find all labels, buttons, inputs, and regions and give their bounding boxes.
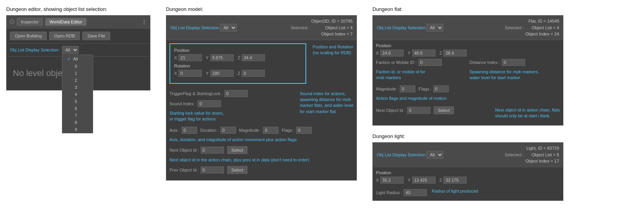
- annotation-magnitude: Action flags and magnitude of motion: [376, 96, 560, 101]
- rot-x-field: X: [174, 70, 202, 77]
- light-pos-z-input[interactable]: [443, 177, 467, 184]
- annotation-radius: Radius of light produced: [432, 188, 478, 194]
- prev-obj-field: Prev Object Id :: [169, 166, 224, 173]
- save-file-button[interactable]: Save File: [82, 32, 110, 40]
- magnitude-input[interactable]: [263, 127, 279, 134]
- next-obj-input[interactable]: [201, 147, 224, 154]
- pos-y-input[interactable]: [210, 54, 234, 61]
- flat-next-obj-row: Next Object Id : Select: [376, 106, 492, 114]
- annotation-sound: Sound index for actions,spawning distanc…: [300, 91, 353, 115]
- open-rdb-button[interactable]: Open RDB: [49, 32, 80, 40]
- sound-index-input[interactable]: [198, 100, 221, 107]
- light-panel-header: Obj List Display Selection: All Selected…: [373, 143, 563, 167]
- prev-obj-input[interactable]: [201, 166, 224, 173]
- dropdown-item-4[interactable]: 4: [62, 91, 93, 98]
- dropdown-item-9[interactable]: 9: [62, 126, 93, 133]
- light-pos-x-input[interactable]: [380, 177, 404, 184]
- light-position-group: Position X Y Z: [376, 170, 560, 184]
- open-building-button[interactable]: Open Building: [10, 32, 47, 40]
- flags-field: Flags :: [282, 127, 312, 134]
- dropdown-item-7[interactable]: 7: [62, 112, 93, 119]
- faction-field: Faction or Mobile ID :: [376, 59, 442, 66]
- dropdown-item-2[interactable]: 2: [62, 77, 93, 84]
- obj-list-dropdown[interactable]: All ✓ All 0 1 2 3 4 5 6 7 8 9: [62, 46, 79, 54]
- section-editor: Dungeon editor, showing object list sele…: [6, 6, 150, 90]
- section-flat: Dungeon flat: Obj List Display Selection…: [372, 6, 563, 126]
- duration-field: Duration :: [200, 127, 236, 134]
- rotation-label: Rotation: [174, 64, 302, 68]
- flat-next-obj-field: Next Object Id :: [376, 107, 431, 114]
- light-position-xyz: X Y Z: [376, 177, 560, 184]
- tab-worlddata[interactable]: WorldData Editor: [45, 18, 86, 26]
- prev-obj-select-button[interactable]: Select: [227, 166, 248, 174]
- axis-input[interactable]: [182, 127, 197, 134]
- rot-x-input[interactable]: [178, 70, 202, 77]
- rot-z-field: Z: [238, 70, 265, 77]
- dropdown-item-3[interactable]: 3: [62, 84, 93, 91]
- sound-index-field: Sound Index :: [169, 100, 221, 107]
- dropdown-item-6[interactable]: 6: [62, 105, 93, 112]
- section1-label: Dungeon editor, showing object list sele…: [6, 6, 150, 12]
- selected-label: Selected :: [291, 25, 310, 30]
- faction-input[interactable]: [418, 59, 442, 66]
- axis-field: Axis :: [169, 127, 197, 134]
- light-body: Position X Y Z: [373, 167, 563, 200]
- flat-pos-x-input[interactable]: [380, 50, 404, 57]
- next-obj-field: Next Object Id :: [169, 147, 224, 154]
- light-obj-list-select[interactable]: All: [427, 151, 443, 159]
- rotation-xyz-row: X Y Z: [174, 70, 302, 77]
- position-xyz-row: X Y Z: [174, 54, 302, 61]
- flat-magnitude-input[interactable]: [400, 85, 415, 92]
- flat-pos-y-input[interactable]: [412, 50, 436, 57]
- light-radius-input[interactable]: [404, 189, 427, 196]
- light-pos-y-input[interactable]: [412, 177, 436, 184]
- section-model: Dungeon model: Obj List Display Selectio…: [166, 6, 357, 181]
- pos-z-input[interactable]: [242, 54, 265, 61]
- tab-inspector[interactable]: Inspector: [17, 18, 43, 26]
- section-light: Dungeon light: Obj List Display Selectio…: [372, 133, 563, 201]
- light-pos-x-field: X: [376, 177, 404, 184]
- pos-x-input[interactable]: [178, 54, 202, 61]
- flat-pos-z-input[interactable]: [443, 50, 467, 57]
- dropdown-item-all[interactable]: ✓ All: [62, 55, 93, 63]
- model-selected-id: Object3D, ID = 10795: [311, 18, 353, 25]
- flat-next-obj-select-button[interactable]: Select: [434, 106, 454, 114]
- flat-magnitude-field: Magnitude :: [376, 85, 415, 92]
- flat-selected-list: Object List = 4: [525, 25, 559, 31]
- flat-magnitude-flags-row: Magnitude : Flags :: [376, 85, 560, 92]
- rot-z-input[interactable]: [242, 70, 265, 77]
- flat-selected-info: Flat, ID = 14549 Object List = 4 Object …: [525, 18, 559, 37]
- light-selected-info: Light, ID = 83729 Object List = 5 Object…: [525, 145, 559, 165]
- next-obj-select-button[interactable]: Select: [227, 146, 248, 154]
- flags-input[interactable]: [296, 127, 312, 134]
- dropdown-item-1[interactable]: 1: [62, 70, 93, 77]
- distance-input[interactable]: [502, 59, 525, 66]
- light-selected-index: Object Index = 17: [525, 158, 559, 165]
- flat-obj-list-select[interactable]: All: [427, 24, 443, 32]
- flat-selected-label: Selected :: [505, 25, 524, 30]
- flat-selected-id: Flat, ID = 14549: [525, 18, 559, 25]
- dropdown-item-8[interactable]: 8: [62, 119, 93, 126]
- section3-label: Dungeon flat:: [372, 6, 563, 12]
- duration-input[interactable]: [221, 127, 236, 134]
- light-pos-z-field: Z: [439, 177, 467, 184]
- no-level-text: No level obje: [13, 68, 62, 78]
- light-selected-id: Light, ID = 83729: [525, 145, 559, 152]
- info-icon: ⓘ: [10, 19, 14, 25]
- menu-dots-button[interactable]: ⋮: [141, 19, 147, 25]
- rot-y-input[interactable]: [210, 70, 234, 77]
- rotation-group: Rotation X Y Z: [174, 64, 302, 77]
- flat-flags-input[interactable]: [433, 85, 449, 92]
- dropdown-item-0[interactable]: 0: [62, 63, 93, 70]
- model-obj-list-select[interactable]: All: [220, 24, 237, 32]
- magnitude-field: Magnitude :: [239, 127, 279, 134]
- flat-position-label: Position: [376, 43, 560, 48]
- trigger-input[interactable]: [224, 90, 248, 97]
- dropdown-item-5[interactable]: 5: [62, 98, 93, 105]
- annotation-flat-next: Next object id in action chain, flatssho…: [495, 107, 560, 119]
- flat-next-obj-input[interactable]: [407, 107, 431, 114]
- faction-row: Faction or Mobile ID :: [376, 59, 466, 66]
- obj-list-select[interactable]: All: [62, 46, 79, 54]
- light-radius-field: Light Radius :: [376, 189, 427, 196]
- action-buttons-row: Open Building Open RDB Save File: [7, 28, 150, 44]
